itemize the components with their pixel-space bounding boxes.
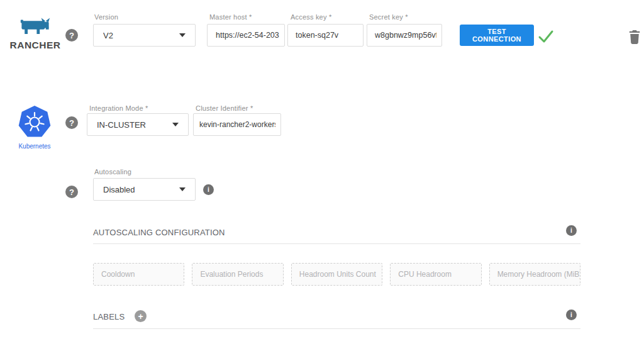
memory-headroom-field-disabled: Memory Headroom (MiB) (489, 263, 580, 286)
autoscaling-info-icon[interactable]: i (203, 184, 214, 195)
headroom-units-count-field-disabled: Headroom Units Count (291, 263, 382, 286)
kubernetes-icon (18, 106, 51, 138)
integration-mode-value: IN-CLUSTER (97, 120, 167, 130)
evaluation-periods-field-disabled: Evaluation Periods (192, 263, 283, 286)
kubernetes-logo-text: Kubernetes (8, 143, 62, 150)
delete-integration-trash-icon[interactable] (628, 30, 641, 45)
info-glyph: i (208, 186, 209, 193)
section-divider (93, 328, 580, 329)
autoscaling-select[interactable]: Disabled (93, 178, 196, 201)
rancher-logo: RANCHER (6, 16, 64, 51)
help-glyph: ? (69, 187, 74, 197)
cooldown-field-disabled: Cooldown (93, 263, 184, 286)
autoscaling-config-fields-row: Cooldown Evaluation Periods Headroom Uni… (93, 263, 580, 286)
secret-key-label: Secret key * (369, 13, 408, 21)
chevron-down-icon (172, 123, 179, 126)
info-glyph: i (570, 311, 572, 318)
connection-success-check-icon (538, 28, 554, 45)
cluster-identifier-input[interactable] (193, 113, 281, 136)
master-host-label: Master host * (209, 13, 252, 21)
add-label-plus-icon[interactable]: + (135, 310, 147, 322)
help-glyph: ? (69, 118, 74, 128)
section-divider (93, 243, 580, 244)
integration-settings-form: RANCHER ? Version V2 Master host * Acces… (0, 0, 644, 346)
version-value: V2 (103, 31, 174, 40)
chevron-down-icon (179, 187, 186, 191)
version-label: Version (94, 13, 118, 21)
autoscaling-help-icon[interactable]: ? (65, 186, 78, 198)
access-key-input[interactable] (287, 24, 364, 47)
info-glyph: i (570, 227, 572, 234)
integration-mode-label: Integration Mode * (89, 104, 148, 112)
autoscaling-label: Autoscaling (94, 168, 131, 176)
rancher-bull-icon (17, 16, 53, 36)
test-connection-button[interactable]: TEST CONNECTION (460, 25, 534, 46)
plus-glyph: + (138, 311, 143, 321)
master-host-input[interactable] (207, 24, 285, 47)
labels-header: LABELS (93, 312, 125, 321)
access-key-label: Access key * (291, 13, 331, 21)
integration-mode-select[interactable]: IN-CLUSTER (87, 113, 189, 136)
secret-key-input[interactable] (367, 24, 442, 47)
chevron-down-icon (179, 33, 186, 37)
kubernetes-help-icon[interactable]: ? (65, 116, 78, 129)
help-glyph: ? (69, 31, 74, 40)
cpu-headroom-field-disabled: CPU Headroom (390, 263, 481, 286)
cluster-identifier-label: Cluster Identifier * (196, 104, 253, 112)
autoscaling-value: Disabled (103, 185, 174, 194)
version-select[interactable]: V2 (93, 24, 196, 47)
kubernetes-logo: Kubernetes (8, 106, 62, 150)
rancher-help-icon[interactable]: ? (65, 29, 78, 42)
autoscaling-configuration-header: AUTOSCALING CONFIGURATION (93, 228, 225, 237)
autoscaling-configuration-info-icon[interactable]: i (566, 225, 577, 236)
rancher-logo-text: RANCHER (6, 40, 64, 51)
labels-info-icon[interactable]: i (566, 310, 577, 320)
